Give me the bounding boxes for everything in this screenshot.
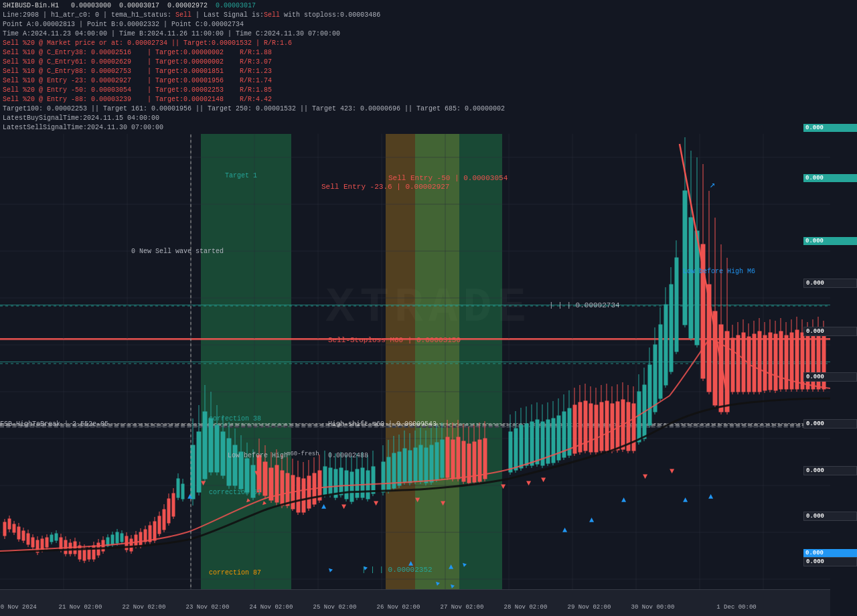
fsb-high-label: FSB-HighToBreak | 2.552e-05 (0, 420, 108, 428)
svg-text:▲: ▲ (449, 562, 454, 572)
high-shift-label: High-shift m60 | 0.00009543 (328, 420, 437, 428)
svg-text:▼: ▼ (374, 499, 379, 508)
time-tick-1: 21 Nov 02:00 (59, 604, 102, 611)
svg-text:▼: ▼ (501, 482, 506, 491)
badge-green-9: 0.000 (803, 512, 857, 521)
targets-line: Target100: 0.00002253 || Target 161: 0.0… (3, 104, 828, 114)
svg-text:▲: ▲ (562, 526, 568, 535)
svg-text:▼: ▼ (254, 469, 260, 478)
badge-green-2: 0.000 (803, 174, 857, 182)
badge-green-5: 0.000 (803, 327, 857, 336)
badge-green-6: 0.000 (803, 372, 857, 382)
time-tick-2: 22 Nov 02:00 (123, 604, 166, 611)
badge-green-8: 0.000 (803, 466, 857, 475)
time-tick-6: 26 Nov 02:00 (377, 604, 420, 611)
fresh-label: m60-fresh (287, 451, 319, 457)
sell-10-entry38: Sell %10 @ C_Entry38: 0.00002516 | Targe… (3, 48, 828, 58)
svg-text:▲: ▲ (460, 560, 468, 568)
svg-text:▼: ▼ (441, 499, 446, 508)
time-tick-4: 24 Nov 02:00 (250, 604, 293, 611)
low-before-high-label: Low before High M6 (683, 268, 755, 275)
sell-20-entry-88: Sell %20 @ Entry -88: 0.00003239 | Targe… (3, 95, 828, 104)
svg-text:▲: ▲ (321, 502, 327, 512)
badge-green-3: 0.000 (803, 237, 857, 245)
correction38-label: correction 38 (209, 415, 261, 422)
time-tick-0: 20 Nov 2024 (0, 604, 37, 611)
new-sell-wave-label: 0 New Sell wave started (131, 248, 224, 255)
time-axis: 20 Nov 2024 21 Nov 02:00 22 Nov 02:00 23… (0, 589, 830, 616)
sell-10-entry88: Sell %10 @ C_Entry88: 0.00002753 | Targe… (3, 67, 828, 76)
svg-text:▼: ▼ (341, 502, 347, 512)
price-2734-label: | | | 0.00002734 (549, 301, 620, 309)
svg-text:▲: ▲ (683, 495, 688, 505)
time-tick-10: 30 Nov 00:00 (631, 604, 675, 611)
candlestick-chart: ▲ ▲ ▲ ▲ ▲ ▲ ▲ ▲ ▲ ▲ ▲ ▲ ▼ ▼ ▼ ▼ ▼ ▼ ▼ ▼ … (0, 124, 830, 593)
peak-arrow: ↗ (710, 179, 715, 190)
sell-20-entry-50: Sell %20 @ Entry -50: 0.00003054 | Targe… (3, 86, 828, 95)
time-tick-3: 23 Nov 02:00 (186, 604, 230, 611)
time-tick-11: 1 Dec 00:00 (716, 604, 756, 611)
sell-10-entry61: Sell %10 @ C_Entry61: 0.00002629 | Targe… (3, 58, 828, 67)
badge-green-4: 0.000 (803, 279, 857, 288)
correction87-label: correction 87 (209, 569, 261, 576)
svg-text:▼: ▼ (541, 475, 546, 485)
ticker-line: SHIBUSD-Bin.H1 0.00003000 0.00003017 0.0… (3, 1, 828, 11)
chart-area: ▲ ▲ ▲ ▲ ▲ ▲ ▲ ▲ ▲ ▲ ▲ ▲ ▼ ▼ ▼ ▼ ▼ ▼ ▼ ▼ … (0, 124, 830, 593)
svg-text:▼: ▼ (415, 495, 420, 505)
price-2352-label: | | | 0.00002352 (362, 566, 433, 574)
badge-green-7: 0.000 (803, 419, 857, 429)
time-tick-9: 29 Nov 02:00 (568, 604, 611, 611)
svg-text:▲: ▲ (433, 579, 441, 587)
sell-20-market: Sell %20 @ Market price or at: 0.0000273… (3, 39, 828, 48)
svg-text:▲: ▲ (708, 492, 714, 502)
svg-text:▼: ▼ (643, 472, 648, 481)
top-info-panel: SHIBUSD-Bin.H1 0.00003000 0.00003017 0.0… (0, 0, 830, 134)
svg-text:▼: ▼ (201, 479, 206, 488)
badge-green-10: 0.000 (803, 557, 857, 566)
price-ohlc: 0.00003000 0.00003017 0.00002972 0.00003… (71, 2, 256, 9)
svg-text:▼: ▼ (526, 479, 532, 488)
points-line: Point A:0.00002813 | Point B:0.00002332 … (3, 20, 828, 29)
price-2488-label: 0.00002488 (328, 452, 368, 459)
buy-signal-time: LatestBuySignalTime:2024.11.15 04:00:00 (3, 114, 828, 123)
chart-container: XTRADE SHIBUSD-Bin.H1 0.00003000 0.00003… (0, 0, 857, 616)
times-line: Time A:2024.11.23 04:00:00 | Time B:2024… (3, 29, 828, 39)
sell-stoploss-label: Sell-Stoploss M60 | 0.00003150 (328, 336, 461, 344)
svg-text:▲: ▲ (187, 492, 193, 502)
svg-text:▼: ▼ (260, 499, 268, 508)
low-before-high2-label: Low before High (228, 452, 288, 459)
svg-text:▲: ▲ (589, 516, 595, 525)
badge-green-top: 0.000 (803, 124, 857, 132)
time-tick-8: 28 Nov 02:00 (504, 604, 548, 611)
svg-text:▲: ▲ (621, 495, 627, 505)
sell-signal-time: LatestSellSignalTime:2024.11.30 07:00:00 (3, 123, 828, 133)
sell-entry-50-label: Sell Entry -50 | 0.00003054 (388, 174, 508, 182)
time-tick-7: 27 Nov 02:00 (441, 604, 484, 611)
correction61-label: correction 61 (209, 489, 261, 496)
target100-label: Target 1 (225, 172, 257, 179)
sell-10-entry-23: Sell %10 @ Entry -23: 0.00002927 | Targe… (3, 76, 828, 86)
indicator-line: Line:2908 | h1_atr_c0: 0 | tema_h1_statu… (3, 11, 828, 20)
svg-text:▲: ▲ (326, 566, 334, 574)
badge-blue-current: 0.000 (803, 549, 857, 557)
symbol: SHIBUSD-Bin.H1 (3, 2, 59, 9)
svg-text:▼: ▼ (670, 467, 675, 476)
time-tick-5: 25 Nov 02:00 (313, 604, 357, 611)
sell-entry-23-label: Sell Entry -23.6 | 0.00002927 (321, 183, 449, 191)
